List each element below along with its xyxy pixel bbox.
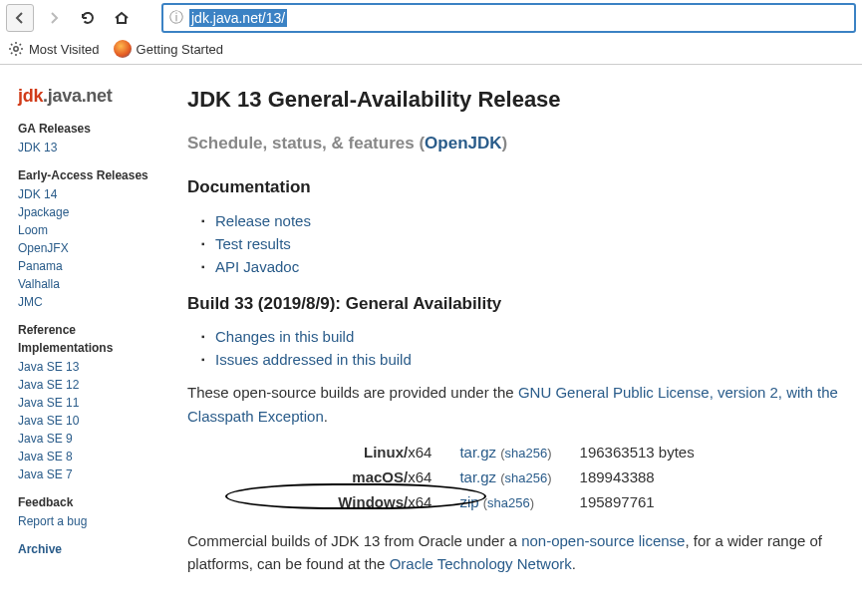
reload-button[interactable]	[74, 4, 102, 32]
sidebar-heading: Early-Access Releases	[18, 166, 157, 184]
bookmarks-bar: Most Visited Getting Started	[0, 36, 862, 64]
url-text: jdk.java.net/13/	[189, 10, 848, 26]
nav-toolbar: ⓘ jdk.java.net/13/	[0, 0, 862, 36]
sidebar-link[interactable]: Java SE 8	[18, 448, 157, 465]
bookmark-label: Getting Started	[137, 42, 223, 57]
sidebar: jdk.java.net GA ReleasesJDK 13Early-Acce…	[18, 83, 157, 585]
bookmark-most-visited[interactable]: Most Visited	[8, 41, 100, 57]
site-info-icon[interactable]: ⓘ	[169, 9, 183, 27]
page-content: jdk.java.net GA ReleasesJDK 13Early-Acce…	[0, 65, 862, 585]
download-link[interactable]: tar.gz	[459, 444, 496, 461]
download-format-cell: tar.gz (sha256)	[445, 440, 565, 464]
arrow-left-icon	[12, 10, 28, 26]
logo-rest: .java.net	[43, 86, 112, 106]
sidebar-heading: Feedback	[18, 493, 157, 511]
download-format-cell: zip (sha256)	[445, 489, 565, 514]
documentation-list: Release notesTest resultsAPI Javadoc	[187, 209, 845, 279]
sha-link[interactable]: sha256	[505, 446, 548, 461]
download-size: 196363513 bytes	[566, 440, 709, 464]
list-item: API Javadoc	[215, 255, 845, 278]
commercial-paragraph: Commercial builds of JDK 13 from Oracle …	[187, 529, 845, 576]
gear-icon	[8, 41, 24, 57]
sidebar-link[interactable]: JMC	[18, 293, 157, 311]
openjdk-link[interactable]: OpenJDK	[425, 134, 501, 153]
build-link[interactable]: Issues addressed in this build	[215, 351, 412, 368]
back-button[interactable]	[6, 4, 34, 32]
table-row: macOS/x64tar.gz (sha256)189943388	[324, 464, 708, 489]
site-logo[interactable]: jdk.java.net	[18, 83, 157, 110]
sidebar-link[interactable]: Java SE 10	[18, 412, 157, 430]
sidebar-link[interactable]: Java SE 9	[18, 430, 157, 448]
home-icon	[113, 9, 131, 27]
sidebar-link[interactable]: Java SE 11	[18, 394, 157, 412]
sidebar-link[interactable]: JDK 13	[18, 139, 157, 156]
table-row: Windows/x64zip (sha256)195897761	[324, 489, 708, 514]
page-title: JDK 13 General-Availability Release	[187, 83, 845, 117]
build-list: Changes in this buildIssues addressed in…	[187, 325, 845, 372]
download-link[interactable]: tar.gz	[459, 468, 496, 485]
sidebar-link[interactable]: Valhalla	[18, 275, 157, 293]
sidebar-heading: Reference Implementations	[18, 321, 157, 357]
license-paragraph: These open-source builds are provided un…	[187, 381, 845, 428]
list-item: Test results	[215, 232, 845, 255]
browser-chrome: ⓘ jdk.java.net/13/ Most Visited Getting …	[0, 0, 862, 65]
download-os: Windows/x64	[324, 489, 445, 514]
list-item: Changes in this build	[215, 325, 845, 348]
sidebar-heading: GA Releases	[18, 120, 157, 138]
logo-jdk: jdk	[18, 86, 43, 106]
url-bar[interactable]: ⓘ jdk.java.net/13/	[161, 3, 856, 33]
download-link[interactable]: zip	[459, 493, 478, 510]
bookmark-getting-started[interactable]: Getting Started	[114, 40, 223, 58]
sidebar-link[interactable]: Java SE 13	[18, 358, 157, 376]
download-format-cell: tar.gz (sha256)	[445, 464, 565, 489]
documentation-heading: Documentation	[187, 174, 845, 200]
oracle-tech-link[interactable]: Oracle Technology Network	[390, 555, 572, 572]
downloads-table: Linux/x64tar.gz (sha256)196363513 bytesm…	[324, 440, 708, 515]
bookmark-label: Most Visited	[29, 42, 100, 57]
doc-link[interactable]: API Javadoc	[215, 258, 299, 275]
subtitle: Schedule, status, & features (OpenJDK)	[187, 131, 845, 156]
sidebar-link[interactable]: Jpackage	[18, 203, 157, 221]
list-item: Release notes	[215, 209, 845, 232]
svg-point-0	[14, 47, 18, 51]
download-size: 195897761	[566, 489, 709, 514]
table-row: Linux/x64tar.gz (sha256)196363513 bytes	[324, 440, 708, 464]
arrow-right-icon	[46, 10, 62, 26]
sha-link[interactable]: sha256	[487, 495, 530, 510]
sidebar-archive[interactable]: Archive	[18, 540, 157, 558]
sha-link[interactable]: sha256	[505, 470, 548, 485]
sidebar-link[interactable]: OpenJFX	[18, 239, 157, 257]
download-os: macOS/x64	[324, 464, 445, 489]
download-os: Linux/x64	[324, 440, 445, 464]
sidebar-link[interactable]: Loom	[18, 221, 157, 239]
sidebar-link[interactable]: Java SE 12	[18, 376, 157, 394]
list-item: Issues addressed in this build	[215, 348, 845, 371]
forward-button[interactable]	[40, 4, 68, 32]
sidebar-link[interactable]: Report a bug	[18, 512, 157, 530]
sidebar-link[interactable]: Panama	[18, 257, 157, 275]
build-link[interactable]: Changes in this build	[215, 328, 354, 345]
home-button[interactable]	[108, 4, 136, 32]
sidebar-link[interactable]: JDK 14	[18, 185, 157, 203]
reload-icon	[79, 9, 97, 27]
non-open-license-link[interactable]: non-open-source license	[521, 532, 685, 549]
doc-link[interactable]: Test results	[215, 235, 291, 252]
sidebar-link[interactable]: Java SE 7	[18, 465, 157, 483]
firefox-icon	[114, 40, 132, 58]
doc-link[interactable]: Release notes	[215, 212, 311, 229]
build-heading: Build 33 (2019/8/9): General Availabilit…	[187, 291, 845, 317]
main-content: JDK 13 General-Availability Release Sche…	[187, 83, 845, 585]
download-size: 189943388	[566, 464, 709, 489]
